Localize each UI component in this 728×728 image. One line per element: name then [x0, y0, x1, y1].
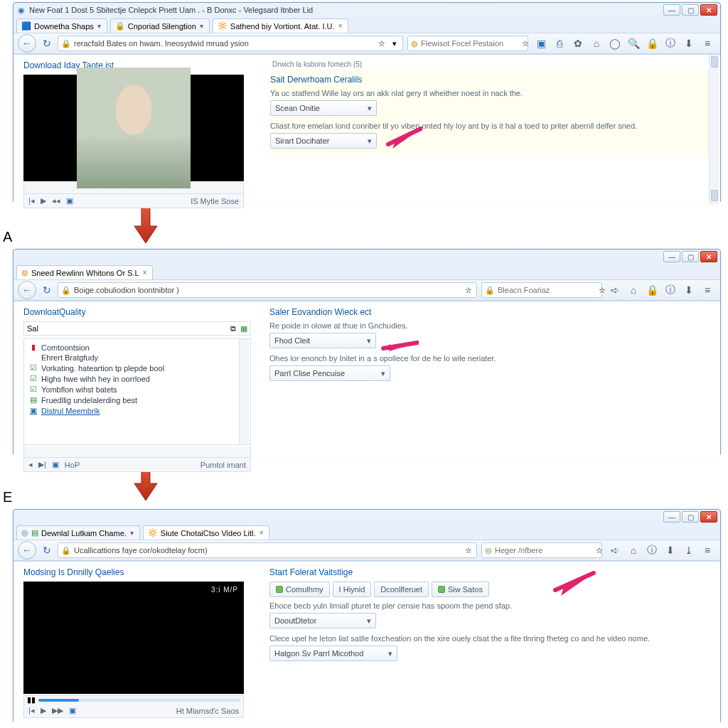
browser-tab-0[interactable]: ◍Sneed Rewlinn Whitons Or S.L×: [16, 265, 153, 279]
screen-icon[interactable]: ▣: [66, 196, 73, 205]
star-icon[interactable]: ☆: [599, 285, 606, 295]
rewind-icon[interactable]: ◂◂: [52, 196, 60, 205]
extension-icon[interactable]: ⎙: [554, 38, 565, 49]
tab-close-icon[interactable]: ×: [336, 21, 345, 30]
star-icon[interactable]: ☆: [596, 545, 603, 555]
play-icon[interactable]: ▶|: [38, 460, 46, 469]
screen-icon[interactable]: ▣: [52, 460, 59, 469]
action-button-0[interactable]: Comulhmy: [269, 582, 330, 597]
minimize-button[interactable]: —: [663, 511, 680, 523]
lock-icon[interactable]: 🔒: [646, 38, 658, 49]
search-box[interactable]: ◎ ☆: [481, 542, 602, 558]
tree-item[interactable]: ▮Comtoontsion: [28, 342, 236, 353]
forward-icon[interactable]: ➪: [609, 545, 621, 556]
vertical-scrollbar[interactable]: [709, 55, 719, 204]
close-button[interactable]: ✕: [700, 511, 717, 523]
tree-item[interactable]: ☑Vorkating. hateartion tp plepde bool: [28, 363, 236, 373]
dropdown-icon[interactable]: ▾: [390, 38, 400, 48]
star-icon[interactable]: ☆: [522, 38, 529, 48]
option-dropdown-2[interactable]: Hatgon Sv Parrl Micothod▾: [269, 646, 397, 661]
grid-icon[interactable]: ▦: [240, 324, 247, 333]
pause-icon[interactable]: ▮▮: [27, 695, 36, 705]
browser-tab-1[interactable]: 🔒Cnporiad Silengtion▾: [110, 18, 210, 33]
close-button[interactable]: ✕: [700, 4, 717, 16]
copy-icon[interactable]: ⧉: [230, 324, 236, 333]
option-dropdown-1[interactable]: Fhod Cleit▾: [269, 333, 376, 348]
option-dropdown-2[interactable]: Sirart Docihater▾: [270, 133, 377, 149]
play-icon[interactable]: ▶: [41, 196, 46, 205]
search-box[interactable]: 🔒 ☆: [481, 282, 602, 298]
action-button-2[interactable]: Dconllferuet: [374, 582, 429, 597]
url-input[interactable]: [74, 286, 461, 294]
action-button-1[interactable]: I Hiynid: [333, 582, 372, 597]
tree-scrollbar[interactable]: [239, 339, 249, 444]
screen-icon[interactable]: ▣: [69, 706, 76, 715]
prev-icon[interactable]: |◂: [28, 196, 35, 205]
info-icon[interactable]: ⓘ: [665, 38, 676, 49]
scrollbar-thumb[interactable]: [711, 56, 718, 68]
chevron-down-icon[interactable]: ▾: [95, 21, 104, 30]
next-icon[interactable]: ▶▶: [52, 706, 63, 715]
video-player[interactable]: [23, 75, 244, 181]
reload-button[interactable]: ↻: [41, 544, 53, 557]
browser-tab-1[interactable]: 🔆Siute ChotaiCtso Video Litl.×: [143, 525, 269, 540]
tab-close-icon[interactable]: ×: [141, 268, 149, 277]
prev-icon[interactable]: ◂: [28, 460, 33, 469]
maximize-button[interactable]: ▢: [682, 511, 699, 523]
menu-icon[interactable]: ≡: [702, 545, 713, 556]
back-button[interactable]: ←: [18, 34, 36, 53]
browser-tab-0[interactable]: 🟦Downetha Shaps▾: [16, 18, 107, 33]
star-icon[interactable]: ☆: [464, 285, 473, 295]
download-icon[interactable]: ⤓: [683, 545, 695, 556]
option-dropdown-1[interactable]: DooutDtetor▾: [269, 613, 376, 628]
star-icon[interactable]: ☆: [464, 545, 473, 555]
search-input[interactable]: [421, 39, 519, 48]
maximize-button[interactable]: ▢: [682, 4, 699, 16]
tree-item[interactable]: ▣Distrul Meembrik: [28, 405, 236, 416]
tree-item[interactable]: Ehrert Bratgfudy: [28, 353, 236, 363]
play-icon[interactable]: ▶: [41, 706, 46, 715]
url-input[interactable]: [74, 546, 461, 555]
info-icon[interactable]: ⓘ: [665, 284, 676, 296]
chevron-down-icon[interactable]: ▾: [128, 528, 136, 537]
video-player[interactable]: 3:i M/P: [23, 582, 244, 694]
download-icon[interactable]: ⬇: [683, 284, 695, 296]
extension-icon[interactable]: ✿: [572, 38, 584, 49]
tree-item[interactable]: ☑Yombflon wihst batets: [28, 384, 236, 395]
address-bar[interactable]: 🔒 ☆ ▾: [58, 36, 403, 51]
scrollbar-thumb[interactable]: [711, 190, 718, 201]
home-icon[interactable]: ⌂: [591, 38, 602, 49]
address-bar[interactable]: 🔒 ☆: [58, 282, 477, 298]
option-dropdown-1[interactable]: Scean Onitie▾: [270, 100, 377, 116]
progress-bar[interactable]: ▮▮: [23, 695, 244, 704]
reload-button[interactable]: ↻: [41, 37, 53, 50]
browser-tab-2[interactable]: 🔆Sathend biy Vortiont. Atat. I.U.×: [213, 18, 348, 33]
minimize-button[interactable]: —: [663, 4, 680, 16]
tab-close-icon[interactable]: ×: [257, 528, 266, 537]
search-box[interactable]: ◍ ☆: [407, 36, 528, 51]
forward-icon[interactable]: ➪: [609, 284, 621, 296]
info-icon[interactable]: ⓘ: [646, 545, 658, 556]
close-button[interactable]: ✕: [700, 251, 717, 262]
url-input[interactable]: [74, 39, 374, 48]
address-bar[interactable]: 🔒 ☆: [58, 542, 477, 558]
tree-item[interactable]: ▤Fruedllig undelalerding best: [28, 395, 236, 405]
action-button-3[interactable]: Siw Satos: [432, 582, 489, 597]
back-button[interactable]: ←: [18, 541, 36, 560]
home-icon[interactable]: ⌂: [628, 545, 639, 556]
search-input[interactable]: [498, 286, 596, 294]
menu-icon[interactable]: ≡: [702, 38, 713, 49]
chevron-down-icon[interactable]: ▾: [198, 21, 206, 30]
extension-icon[interactable]: ▣: [535, 38, 547, 49]
minimize-button[interactable]: —: [663, 251, 680, 262]
reload-button[interactable]: ↻: [41, 284, 53, 296]
menu-icon[interactable]: ≡: [702, 284, 713, 296]
maximize-button[interactable]: ▢: [682, 251, 699, 262]
lock-icon[interactable]: 🔒: [646, 284, 658, 296]
back-button[interactable]: ←: [18, 281, 36, 299]
h-scrollbar[interactable]: [23, 446, 251, 458]
search-icon[interactable]: 🔍: [628, 38, 639, 49]
browser-tab-0[interactable]: ◎▤Dewnlal Lutkam Chame.▾: [16, 525, 140, 540]
option-dropdown-2[interactable]: Parrl Clise Pencuise▾: [269, 365, 390, 381]
star-icon[interactable]: ☆: [377, 38, 387, 48]
